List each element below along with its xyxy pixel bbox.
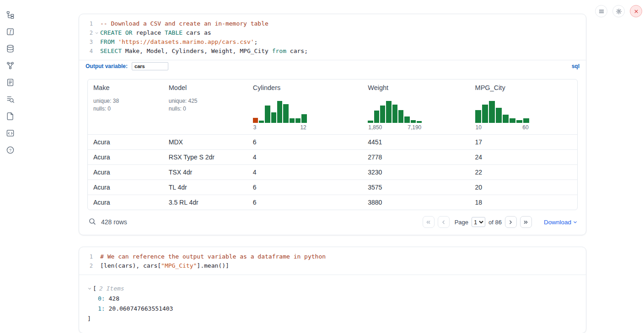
histogram-bars [253,100,307,123]
python-code-editor[interactable]: 1# We can reference the output variable … [79,247,586,275]
table-cell: 18 [470,195,577,210]
column-header-make[interactable]: Makeunique: 38nulls: 0 [88,79,163,134]
axis-min-label: 3 [253,124,257,131]
axis-max-label: 7,190 [408,124,421,131]
code-text: # We can reference the output variable a… [100,252,326,261]
histogram-bar [398,110,403,123]
sidebar-item-snippets[interactable] [5,128,15,137]
histogram-bars [475,100,529,123]
sidebar-item-documentation[interactable] [5,111,15,121]
histogram-bar [482,105,488,123]
page-label: Page [455,219,468,226]
fold-spacer [93,252,100,261]
sidebar-item-database[interactable] [5,44,15,53]
language-badge[interactable]: sql [572,63,580,69]
column-histogram: 1060 [475,100,529,131]
histogram-bar [374,111,379,123]
scratchpad-icon [6,78,15,87]
fold-chevron-icon[interactable] [93,28,100,37]
sidebar-item-help[interactable]: ? [5,145,15,154]
table-cell: 4 [247,164,362,180]
total-pages-label: of 86 [488,219,502,226]
search-button[interactable] [87,217,97,227]
column-header-model[interactable]: Modelunique: 425nulls: 0 [163,79,247,134]
page-select[interactable]: 1 [472,217,485,227]
table-cell: TL 4dr [163,180,247,195]
column-header-cylinders[interactable]: Cylinders312 [247,79,362,134]
close-button[interactable] [630,5,642,17]
menu-button[interactable] [595,5,607,17]
column-name: Weight [368,84,464,91]
function-icon: ƒ [6,27,15,36]
sidebar: ƒ? [0,0,20,154]
table-row: AcuraMDX6445117 [88,134,577,149]
output-variable-bar: Output variable: sql [79,60,586,72]
prev-page-button[interactable] [438,216,450,228]
table-cell: Acura [88,180,163,195]
collapse-chevron-icon[interactable] [87,286,92,291]
column-name: Model [169,84,242,91]
histogram-bar [271,112,276,123]
code-line: 1# We can reference the output variable … [83,252,579,261]
histogram-bar [516,120,522,123]
histogram-axis: 1,8507,190 [368,124,422,131]
sidebar-item-logs[interactable] [5,95,15,104]
pagination: Page 1 of 86 [423,216,532,228]
table-footer: 428 rows Page 1 of 86 [79,210,586,235]
column-histogram: 312 [253,100,307,131]
sidebar-item-function[interactable]: ƒ [5,27,15,36]
column-header-content: MPG_City1060 [475,84,572,131]
tree-root-line: [2 Items [87,284,578,294]
entry-index: 0: [98,295,105,302]
table-row: AcuraTL 4dr6357520 [88,180,577,195]
python-output: [2 Items0: 4281: 20.060747663551403] [79,275,586,333]
table-cell: Acura [88,149,163,164]
gear-icon [616,8,622,15]
first-page-button[interactable] [423,216,435,228]
column-header-content: Modelunique: 425nulls: 0 [169,84,242,131]
snippets-icon [6,129,15,137]
settings-button[interactable] [612,5,625,17]
sql-code-editor[interactable]: 1-- Download a CSV and create an in-memo… [79,14,586,60]
histogram-bar [265,106,270,123]
table-cell: 3880 [362,195,469,210]
output-variable-input[interactable] [132,62,168,70]
column-name: Make [93,84,158,91]
histogram-bar [392,105,397,123]
sidebar-item-scratchpad[interactable] [5,78,15,87]
table-cell: 3.5 RL 4dr [163,195,247,210]
table-row: AcuraRSX Type S 2dr4277824 [88,149,577,164]
database-icon [6,44,15,53]
column-header-weight[interactable]: Weight1,8507,190 [362,79,469,134]
table-cell: 24 [470,149,577,164]
chevron-down-icon [573,220,578,225]
histogram-bar [503,115,509,123]
histogram-bar [277,101,282,123]
fold-spacer [93,37,100,47]
table-cell: 2778 [362,149,469,164]
column-stats: unique: 425nulls: 0 [169,97,242,113]
next-page-button[interactable] [505,216,517,228]
histogram-bar [523,118,529,123]
histogram-bar [380,106,385,123]
logs-icon [6,95,15,104]
last-page-button[interactable] [520,216,532,228]
close-icon [633,8,639,15]
tree-entry: 0: 428 [87,294,578,304]
download-link[interactable]: Download [544,219,578,226]
code-line: 2CREATE OR replace TABLE cars as [83,28,579,37]
axis-max-label: 12 [300,124,306,131]
sidebar-item-file-tree[interactable] [5,10,15,19]
table-cell: 20 [470,180,577,195]
histogram-bar [259,121,264,123]
sidebar-item-dependency-graph[interactable] [5,61,15,70]
code-text: SELECT Make, Model, Cylinders, Weight, M… [100,47,308,56]
axis-min-label: 10 [476,124,482,131]
chevron-left-icon [440,219,446,225]
line-number: 2 [83,28,93,37]
column-header-mpg_city[interactable]: MPG_City1060 [470,79,577,134]
histogram-bar [475,110,481,123]
table-cell: RSX Type S 2dr [163,149,247,164]
column-header-content: Makeunique: 38nulls: 0 [93,84,158,131]
axis-max-label: 60 [522,124,528,131]
